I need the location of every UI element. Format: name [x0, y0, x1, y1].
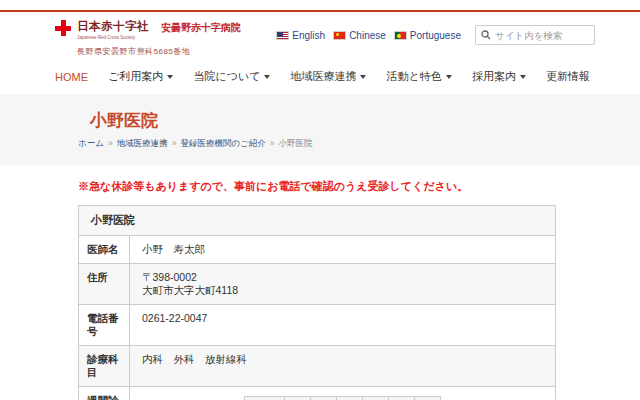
page-title-band: 小野医院 ホーム»地域医療連携»登録医療機関のご紹介»小野医院	[0, 94, 640, 165]
row-value-phone: 0261-22-0047	[130, 305, 556, 346]
nav-item-activities[interactable]: 活動と特色	[387, 69, 452, 84]
page-title: 小野医院	[90, 109, 640, 132]
breadcrumb: ホーム»地域医療連携»登録医療機関のご紹介»小野医院	[78, 138, 640, 150]
search-icon	[481, 30, 491, 40]
weekday-header-mon: 月	[285, 397, 311, 400]
weekly-schedule-table: 月 火 水 木 金 土	[244, 396, 441, 400]
row-value-address: 〒398-0002 大町市大字大町4118	[130, 264, 556, 305]
chevron-down-icon	[520, 75, 526, 79]
nav-label: 更新情報	[546, 69, 590, 84]
row-label-phone: 電話番号	[79, 305, 130, 346]
weekday-header-sat: 土	[415, 397, 441, 400]
weekly-corner-cell	[245, 397, 285, 400]
row-label-weekly-schedule: 週間診療表	[79, 387, 130, 400]
org-name-en: Japanese Red Cross Society	[77, 35, 149, 40]
china-flag-icon	[333, 31, 346, 40]
clinic-info-table: 小野医院 医師名 小野 寿太郎 住所 〒398-0002 大町市大字大町4118…	[78, 205, 556, 400]
breadcrumb-separator: »	[172, 138, 177, 148]
hospital-name: 安曇野赤十字病院	[161, 21, 241, 35]
main-content: ※急な休診等もありますので、事前にお電話で確認のうえ受診してください。 小野医院…	[0, 165, 640, 400]
chevron-down-icon	[446, 75, 452, 79]
language-label: Portuguese	[410, 30, 461, 41]
weekly-schedule-cell: 月 火 水 木 金 土	[130, 387, 556, 400]
postal-code: 〒398-0002	[142, 271, 543, 284]
breadcrumb-link-home[interactable]: ホーム	[78, 138, 104, 148]
nav-item-guide[interactable]: ご利用案内	[108, 69, 173, 84]
site-logo[interactable]: 日本赤十字社 Japanese Red Cross Society 安曇野赤十字…	[55, 19, 241, 57]
chevron-down-icon	[264, 75, 270, 79]
chevron-down-icon	[360, 75, 366, 79]
weekday-header-fri: 金	[389, 397, 415, 400]
breadcrumb-separator: »	[270, 138, 275, 148]
red-cross-logo-icon	[55, 20, 71, 36]
site-header: 日本赤十字社 Japanese Red Cross Society 安曇野赤十字…	[0, 12, 640, 61]
row-value-doctor: 小野 寿太郎	[130, 236, 556, 264]
nav-item-regional-medical[interactable]: 地域医療連携	[290, 69, 366, 84]
nav-item-updates[interactable]: 更新情報	[546, 69, 590, 84]
language-link-english[interactable]: English	[276, 30, 325, 41]
breadcrumb-current: 小野医院	[279, 138, 313, 148]
site-search	[475, 25, 595, 45]
nav-item-recruit[interactable]: 採用案内	[472, 69, 526, 84]
language-link-chinese[interactable]: Chinese	[333, 30, 386, 41]
nav-item-about[interactable]: 当院について	[193, 69, 270, 84]
breadcrumb-link-regional[interactable]: 地域医療連携	[117, 138, 168, 148]
nav-label: 当院について	[193, 69, 260, 84]
nav-label: ご利用案内	[108, 69, 163, 84]
row-label-address: 住所	[79, 264, 130, 305]
breadcrumb-link-registered-clinics[interactable]: 登録医療機関のご紹介	[180, 138, 265, 148]
nav-item-home[interactable]: HOME	[55, 71, 88, 83]
table-row: 小野医院	[79, 206, 556, 236]
nav-label: 活動と特色	[387, 69, 442, 84]
portugal-flag-icon	[394, 31, 407, 40]
table-row: 住所 〒398-0002 大町市大字大町4118	[79, 264, 556, 305]
nav-label: 採用案内	[472, 69, 516, 84]
language-label: Chinese	[349, 30, 386, 41]
clinic-table-title: 小野医院	[79, 206, 556, 236]
chevron-down-icon	[167, 75, 173, 79]
top-strip	[0, 0, 640, 10]
table-row: 電話番号 0261-22-0047	[79, 305, 556, 346]
language-label: English	[292, 30, 325, 41]
row-label-departments: 診療科目	[79, 346, 130, 387]
main-nav: HOME ご利用案内 当院について 地域医療連携 活動と特色 採用案内 更新情報	[0, 61, 640, 94]
notice-text: ※急な休診等もありますので、事前にお電話で確認のうえ受診してください。	[78, 179, 640, 194]
table-row: 医師名 小野 寿太郎	[79, 236, 556, 264]
table-row: 診療科目 内科 外科 放射線科	[79, 346, 556, 387]
search-input[interactable]	[495, 30, 589, 41]
street-address: 大町市大字大町4118	[142, 284, 543, 297]
weekday-header-thu: 木	[363, 397, 389, 400]
us-flag-icon	[276, 31, 289, 40]
nav-label: HOME	[55, 71, 88, 83]
nav-label: 地域医療連携	[290, 69, 356, 84]
language-link-portuguese[interactable]: Portuguese	[394, 30, 461, 41]
table-row: 週間診療表 月 火 水 木 金 土	[79, 387, 556, 400]
language-links: English Chinese Portuguese	[276, 30, 461, 41]
org-name: 日本赤十字社	[77, 19, 149, 34]
hospital-address: 長野県安曇野市豊科5685番地	[77, 46, 241, 57]
row-value-departments: 内科 外科 放射線科	[130, 346, 556, 387]
row-label-doctor: 医師名	[79, 236, 130, 264]
weekly-header-row: 月 火 水 木 金 土	[245, 397, 441, 400]
breadcrumb-separator: »	[108, 138, 113, 148]
weekday-header-tue: 火	[311, 397, 337, 400]
weekday-header-wed: 水	[337, 397, 363, 400]
